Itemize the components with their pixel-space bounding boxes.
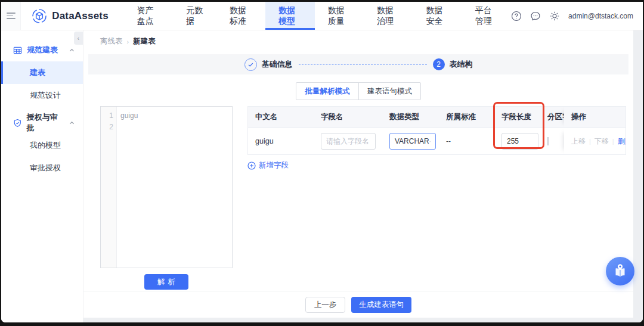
stepper: 基础信息 2 表结构 <box>88 54 628 74</box>
generate-sql-button[interactable]: 生成建表语句 <box>351 297 411 313</box>
nav-asset-inventory[interactable]: 资产盘点 <box>124 2 173 30</box>
main-card: 离线表 › 新建表 基础信息 2 表结构 <box>83 30 633 318</box>
step-label: 表结构 <box>450 59 473 70</box>
nav-data-security[interactable]: 数据安全 <box>413 2 462 30</box>
partition-checkbox[interactable] <box>547 137 549 145</box>
editor-content[interactable]: guigu <box>117 107 232 268</box>
guide-helper-button[interactable] <box>606 257 634 285</box>
wizard-footer: 上一步 生成建表语句 <box>83 291 633 318</box>
col-standard: 所属标准 <box>439 112 494 122</box>
brand[interactable]: DataAssets <box>21 2 124 30</box>
selected-data-type: VARCHAR <box>395 137 429 145</box>
book-location-icon <box>611 262 629 280</box>
col-chinese-name: 中文名 <box>248 112 314 122</box>
tab-batch-parse-mode[interactable]: 批量解析模式 <box>296 83 358 100</box>
nav-data-governance[interactable]: 数据治理 <box>364 2 413 30</box>
parse-button[interactable]: 解析 <box>144 274 188 290</box>
editor-line-numbers: 1 2 <box>101 107 117 268</box>
content-area: 离线表 › 新建表 基础信息 2 表结构 <box>83 30 643 322</box>
col-actions: 操作 <box>564 107 626 128</box>
field-table: 中文名 字段名 数据类型 所属标准 字段长度 分区字 操作 guigu <box>247 106 626 155</box>
dataassets-logo-icon <box>32 8 47 24</box>
add-field-label: 新增字段 <box>259 160 289 170</box>
mode-tabs: 批量解析模式 建表语句模式 <box>296 82 421 100</box>
cell-standard: -- <box>446 137 451 145</box>
nav-platform-admin[interactable]: 平台管理 <box>462 2 511 30</box>
sidebar-group-auth-approval[interactable]: 授权与审批 <box>1 111 83 134</box>
col-field-name: 字段名 <box>314 112 382 122</box>
add-field-button[interactable]: 新增字段 <box>247 160 289 170</box>
line-number: 2 <box>101 122 116 133</box>
hamburger-icon <box>7 13 16 19</box>
sidebar-collapse-button[interactable]: ‹ <box>74 32 83 45</box>
editor-line: guigu <box>120 110 232 122</box>
sidebar-group-table-builder[interactable]: 规范建表 <box>1 39 83 61</box>
user-account[interactable]: admin@dtstack.com <box>568 12 633 20</box>
breadcrumb-new-table: 新建表 <box>133 36 156 46</box>
sidebar-item-spec-design[interactable]: 规范设计 <box>1 84 83 107</box>
step-connector <box>299 64 427 65</box>
sidebar-group-label: 授权与审批 <box>27 112 64 133</box>
message-icon[interactable] <box>530 11 541 21</box>
step-table-structure: 2 表结构 <box>433 58 473 70</box>
sidebar-item-approval-auth[interactable]: 审批授权 <box>1 157 83 179</box>
move-down-link[interactable]: 下移 <box>595 136 609 147</box>
help-icon[interactable] <box>511 11 522 21</box>
plus-circle-icon <box>247 162 256 170</box>
sidebar-item-my-models[interactable]: 我的模型 <box>1 134 83 157</box>
app-window: DataAssets 资产盘点 元数据 数据标准 数据模型 数据质量 数据治理 … <box>1 2 643 322</box>
sidebar: ‹ 规范建表 建表 规范设计 <box>1 30 83 322</box>
check-circle-icon <box>244 58 257 71</box>
field-table-panel: 中文名 字段名 数据类型 所属标准 字段长度 分区字 操作 guigu <box>247 106 626 170</box>
nav-data-model[interactable]: 数据模型 <box>265 2 314 30</box>
table-header-row: 中文名 字段名 数据类型 所属标准 字段长度 分区字 操作 <box>248 107 626 128</box>
table-grid-icon <box>13 46 22 55</box>
step-basic-info: 基础信息 <box>244 58 293 71</box>
previous-step-button[interactable]: 上一步 <box>305 297 346 313</box>
batch-parse-editor[interactable]: 1 2 guigu <box>100 106 233 268</box>
tab-sql-mode[interactable]: 建表语句模式 <box>358 83 420 100</box>
col-partition-field: 分区字 <box>545 112 564 122</box>
line-number: 1 <box>101 110 116 122</box>
chevron-up-icon <box>69 48 75 53</box>
field-name-input[interactable] <box>321 133 376 150</box>
cell-chinese-name: guigu <box>248 137 314 145</box>
col-data-type: 数据类型 <box>382 112 439 122</box>
chevron-up-icon <box>69 120 75 126</box>
field-length-input[interactable] <box>501 133 538 150</box>
nav-data-quality[interactable]: 数据质量 <box>315 2 364 30</box>
breadcrumb: 离线表 › 新建表 <box>83 30 633 52</box>
step-number-badge: 2 <box>433 58 445 70</box>
top-navbar: DataAssets 资产盘点 元数据 数据标准 数据模型 数据质量 数据治理 … <box>1 2 643 30</box>
chevron-down-icon <box>429 139 431 144</box>
sidebar-group-label: 规范建表 <box>27 45 58 55</box>
col-field-length: 字段长度 <box>494 112 545 122</box>
primary-nav: 资产盘点 元数据 数据标准 数据模型 数据质量 数据治理 数据安全 平台管理 <box>124 2 511 30</box>
sidebar-item-create-table[interactable]: 建表 <box>1 61 83 84</box>
header-right: admin@dtstack.com <box>511 2 643 30</box>
table-row: guigu VARCHAR -- <box>248 128 626 154</box>
brand-name: DataAssets <box>52 10 109 22</box>
delete-link[interactable]: 删除 <box>618 136 626 147</box>
data-type-select[interactable]: VARCHAR <box>389 133 436 150</box>
move-up-link[interactable]: 上移 <box>571 136 586 147</box>
shield-check-icon <box>13 119 22 128</box>
breadcrumb-separator: › <box>127 38 129 45</box>
step-label: 基础信息 <box>262 59 293 70</box>
nav-data-standard[interactable]: 数据标准 <box>216 2 265 30</box>
breadcrumb-offline-table[interactable]: 离线表 <box>100 36 123 46</box>
menu-toggle-button[interactable] <box>1 2 21 30</box>
nav-metadata[interactable]: 元数据 <box>173 2 216 30</box>
settings-gear-icon[interactable] <box>549 11 560 21</box>
